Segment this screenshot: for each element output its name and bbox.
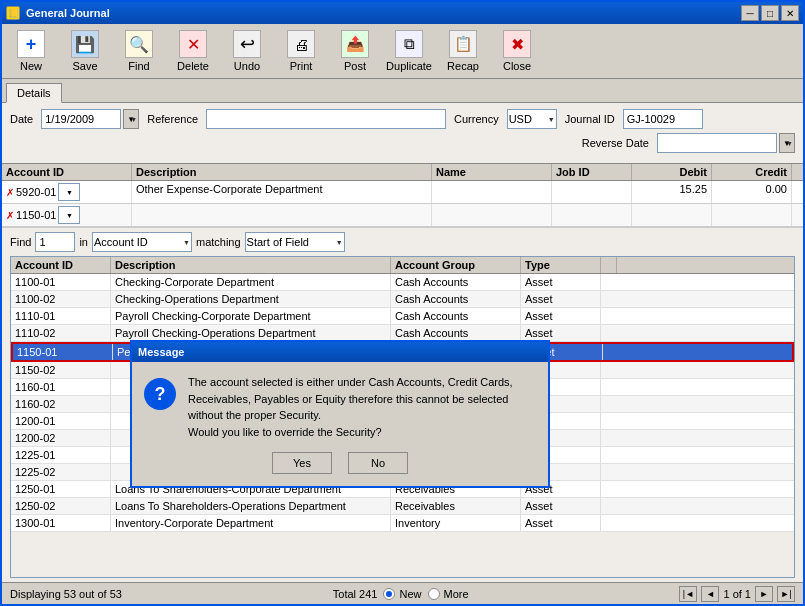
date-select-wrap: ▼ xyxy=(41,109,139,129)
displaying-text: Displaying 53 out of 53 xyxy=(10,588,122,600)
currency-select[interactable]: USD xyxy=(507,109,557,129)
main-grid-body: ✗ 5920-01 Other Expense-Corporate Depart… xyxy=(2,181,803,227)
undo-label: Undo xyxy=(234,60,260,72)
list-item[interactable]: 1250-02 Loans To Shareholders-Operations… xyxy=(11,498,794,515)
status-right: |◄ ◄ 1 of 1 ► ►| xyxy=(679,586,795,602)
nav-last-button[interactable]: ►| xyxy=(777,586,795,602)
row2-description xyxy=(132,204,432,226)
lookup-row0-desc: Checking-Corporate Department xyxy=(111,274,391,290)
lookup-row8-id: 1200-01 xyxy=(11,413,111,429)
dialog-no-button[interactable]: No xyxy=(348,452,408,474)
delete-label: Delete xyxy=(177,60,209,72)
find-matching-select[interactable]: Start of Field xyxy=(245,232,345,252)
reverse-date-label: Reverse Date xyxy=(582,137,649,149)
lookup-row13-id: 1250-02 xyxy=(11,498,111,514)
lookup-row2-desc: Payroll Checking-Corporate Department xyxy=(111,308,391,324)
delete-button[interactable]: ✕ Delete xyxy=(168,27,218,75)
save-icon: 💾 xyxy=(71,30,99,58)
lookup-header-description: Description xyxy=(111,257,391,273)
page-info: 1 of 1 xyxy=(723,588,751,600)
lookup-header-scroll xyxy=(601,257,617,273)
lookup-row4-id: 1150-01 xyxy=(13,344,113,360)
window-title: General Journal xyxy=(26,7,735,19)
row1-account-dropdown[interactable] xyxy=(58,183,80,201)
dialog-buttons: Yes No xyxy=(132,452,548,486)
lookup-row5-id: 1150-02 xyxy=(11,362,111,378)
recap-icon: 📋 xyxy=(449,30,477,58)
lookup-row11-id: 1225-02 xyxy=(11,464,111,480)
post-icon: 📤 xyxy=(341,30,369,58)
lookup-row1-group: Cash Accounts xyxy=(391,291,521,307)
nav-first-button[interactable]: |◄ xyxy=(679,586,697,602)
lookup-row0-id: 1100-01 xyxy=(11,274,111,290)
save-button[interactable]: 💾 Save xyxy=(60,27,110,75)
find-button[interactable]: 🔍 Find xyxy=(114,27,164,75)
date-input[interactable] xyxy=(41,109,121,129)
window-controls: ─ □ ✕ xyxy=(741,5,799,21)
row2-account-id: ✗ 1150-01 xyxy=(2,204,132,226)
lookup-row1-desc: Checking-Operations Department xyxy=(111,291,391,307)
journal-id-input[interactable] xyxy=(623,109,703,129)
row1-check-icon: ✗ xyxy=(6,187,14,198)
list-item[interactable]: 1110-01 Payroll Checking-Corporate Depar… xyxy=(11,308,794,325)
lookup-row3-id: 1110-02 xyxy=(11,325,111,341)
print-icon: 🖨 xyxy=(287,30,315,58)
new-radio-label: New xyxy=(399,588,421,600)
tab-details[interactable]: Details xyxy=(6,83,62,103)
list-item[interactable]: 1100-01 Checking-Corporate Department Ca… xyxy=(11,274,794,291)
find-matching-select-wrap: Start of Field xyxy=(245,232,345,252)
print-button[interactable]: 🖨 Print xyxy=(276,27,326,75)
maximize-button[interactable]: □ xyxy=(761,5,779,21)
lookup-row3-desc: Payroll Checking-Operations Department xyxy=(111,325,391,341)
more-radio[interactable] xyxy=(428,588,440,600)
find-input[interactable] xyxy=(35,232,75,252)
table-row: ✗ 1150-01 xyxy=(2,204,803,227)
date-dropdown-btn[interactable]: ▼ xyxy=(123,109,139,129)
post-button[interactable]: 📤 Post xyxy=(330,27,380,75)
nav-next-button[interactable]: ► xyxy=(755,586,773,602)
list-item[interactable]: 1100-02 Checking-Operations Department C… xyxy=(11,291,794,308)
lookup-row2-id: 1110-01 xyxy=(11,308,111,324)
find-icon: 🔍 xyxy=(125,30,153,58)
new-radio-wrap: New xyxy=(383,588,421,600)
reverse-date-btn[interactable]: ▼ xyxy=(779,133,795,153)
toolbar: + New 💾 Save 🔍 Find ✕ Delete ↩ Undo 🖨 Pr… xyxy=(2,24,803,79)
undo-button[interactable]: ↩ Undo xyxy=(222,27,272,75)
find-in-select-wrap: Account ID xyxy=(92,232,192,252)
close-icon: ✖ xyxy=(503,30,531,58)
duplicate-icon: ⧉ xyxy=(395,30,423,58)
find-in-select[interactable]: Account ID xyxy=(92,232,192,252)
row2-account-dropdown[interactable] xyxy=(58,206,80,224)
minimize-button[interactable]: ─ xyxy=(741,5,759,21)
lookup-row3-type: Asset xyxy=(521,325,601,341)
new-button[interactable]: + New xyxy=(6,27,56,75)
duplicate-button[interactable]: ⧉ Duplicate xyxy=(384,27,434,75)
close-button[interactable]: ✖ Close xyxy=(492,27,542,75)
journal-id-label: Journal ID xyxy=(565,113,615,125)
row1-credit: 0.00 xyxy=(712,181,792,203)
dialog-body: ? The account selected is either under C… xyxy=(132,362,548,452)
nav-prev-button[interactable]: ◄ xyxy=(701,586,719,602)
dialog-question-icon: ? xyxy=(144,378,176,410)
header-job-id: Job ID xyxy=(552,164,632,180)
dialog-title-bar: Message xyxy=(132,342,548,362)
find-bar: Find in Account ID matching Start of Fie… xyxy=(2,227,803,256)
lookup-row1-type: Asset xyxy=(521,291,601,307)
lookup-row14-id: 1300-01 xyxy=(11,515,111,531)
form-section: Date ▼ Reference Currency USD Journal ID xyxy=(2,103,803,163)
currency-select-wrap: USD xyxy=(507,109,557,129)
reference-input[interactable] xyxy=(206,109,446,129)
new-radio[interactable] xyxy=(383,588,395,600)
row1-name xyxy=(432,181,552,203)
new-icon: + xyxy=(17,30,45,58)
recap-button[interactable]: 📋 Recap xyxy=(438,27,488,75)
dialog-yes-button[interactable]: Yes xyxy=(272,452,332,474)
header-credit: Credit xyxy=(712,164,792,180)
row2-account-id-value: 1150-01 xyxy=(16,209,56,221)
lookup-grid-header: Account ID Description Account Group Typ… xyxy=(11,257,794,274)
recap-label: Recap xyxy=(447,60,479,72)
list-item[interactable]: 1300-01 Inventory-Corporate Department I… xyxy=(11,515,794,532)
reverse-date-input[interactable] xyxy=(657,133,777,153)
lookup-header-account-group: Account Group xyxy=(391,257,521,273)
close-window-button[interactable]: ✕ xyxy=(781,5,799,21)
